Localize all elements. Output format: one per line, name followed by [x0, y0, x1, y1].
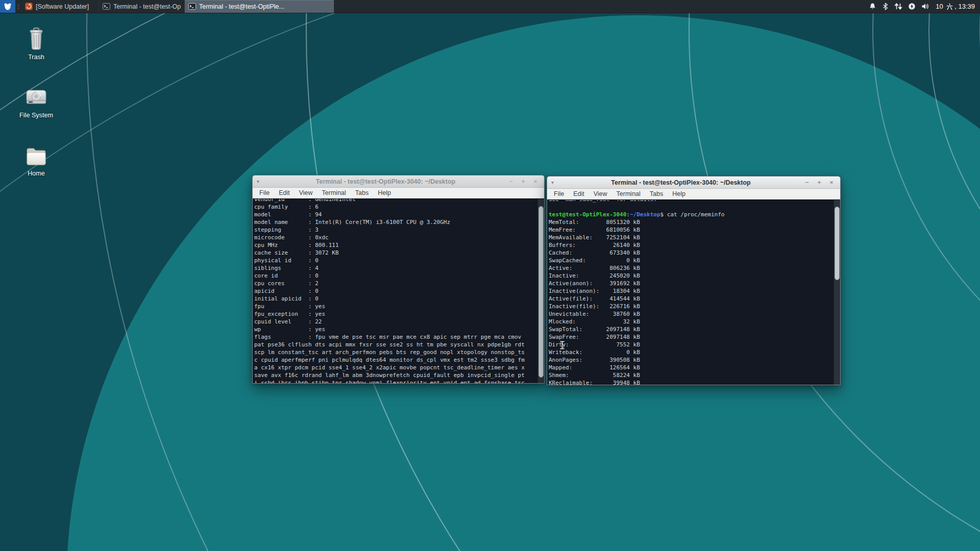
terminal-viewport[interactable]: vendor_id : GenuineIntelcpu family : 6mo… — [253, 199, 544, 383]
bluetooth-icon[interactable] — [882, 3, 889, 10]
scrollbar-thumb[interactable] — [538, 206, 544, 378]
applications-menu-button[interactable] — [0, 0, 15, 13]
minimize-button[interactable]: − — [506, 178, 516, 185]
desktop-icon-label: Home — [28, 170, 45, 177]
terminal-output: vendor_id : GenuineIntelcpu family : 6mo… — [254, 199, 537, 383]
status-tray — [866, 0, 933, 13]
menu-terminal[interactable]: Terminal — [317, 189, 351, 197]
taskbar-button-terminal-2[interactable]: Terminal - test@test-OptiPle... — [185, 0, 334, 13]
close-button[interactable]: × — [827, 179, 836, 186]
titlebar[interactable]: ▾ Terminal - test@test-OptiPlex-3040: ~/… — [253, 176, 544, 188]
notifications-icon[interactable] — [869, 3, 876, 10]
hard-drive-icon — [24, 85, 48, 109]
menu-view[interactable]: View — [295, 189, 317, 197]
menubar: FileEditViewTerminalTabsHelp — [547, 189, 840, 199]
terminal-window-left: ▾ Terminal - test@test-OptiPlex-3040: ~/… — [252, 175, 545, 384]
titlebar[interactable]: ▾ Terminal - test@test-OptiPlex-3040: ~/… — [547, 177, 840, 189]
window-menu-icon[interactable]: ▾ — [551, 180, 559, 185]
terminal-output: See "man sudo_root" for details.test@tes… — [549, 200, 833, 385]
clock-time: , 13:39 — [954, 3, 975, 10]
desktop: [Software Updater] Terminal - test@test-… — [0, 0, 980, 551]
desktop-icon-file-system[interactable]: File System — [15, 85, 58, 119]
task-label: Terminal - test@test-OptiPle... — [199, 3, 284, 10]
maximize-button[interactable]: + — [519, 178, 528, 185]
task-label: Terminal - test@test-OptiPle... — [113, 3, 181, 10]
window-menu-icon[interactable]: ▾ — [257, 179, 265, 184]
panel-spacer — [334, 0, 866, 13]
menu-file[interactable]: File — [549, 190, 569, 198]
scrollbar-thumb[interactable] — [835, 207, 840, 281]
top-panel: [Software Updater] Terminal - test@test-… — [0, 0, 980, 13]
clock[interactable]: 10 , 13:39 — [933, 0, 980, 13]
terminal-viewport[interactable]: See "man sudo_root" for details.test@tes… — [547, 200, 840, 385]
weekday-saturday-glyph — [946, 3, 953, 10]
menu-file[interactable]: File — [255, 189, 274, 197]
terminal-icon — [103, 3, 110, 10]
window-title: Terminal - test@test-OptiPlex-3040: ~/De… — [265, 178, 506, 185]
menu-terminal[interactable]: Terminal — [612, 190, 645, 198]
window-title: Terminal - test@test-OptiPlex-3040: ~/De… — [559, 179, 802, 186]
clock-day: 10 — [936, 3, 945, 10]
home-folder-icon — [24, 143, 48, 167]
taskbar-button-software-updater[interactable]: [Software Updater] — [21, 0, 99, 13]
trash-icon — [24, 27, 48, 51]
terminal-icon — [188, 3, 196, 10]
close-button[interactable]: × — [531, 178, 540, 185]
xubuntu-mouse-icon — [3, 2, 12, 11]
software-updater-icon — [25, 3, 33, 10]
menu-help[interactable]: Help — [373, 189, 396, 197]
desktop-icon-label: Trash — [28, 54, 44, 61]
menu-view[interactable]: View — [589, 190, 612, 198]
menu-edit[interactable]: Edit — [274, 189, 295, 197]
minimize-button[interactable]: − — [802, 179, 812, 186]
menu-help[interactable]: Help — [668, 190, 690, 198]
menubar: FileEditViewTerminalTabsHelp — [253, 188, 544, 198]
scrollbar[interactable] — [834, 200, 840, 385]
taskbar-button-terminal-1[interactable]: Terminal - test@test-OptiPle... — [99, 0, 185, 13]
menu-tabs[interactable]: Tabs — [351, 189, 373, 197]
desktop-icon-trash[interactable]: Trash — [15, 27, 58, 61]
panel-grip[interactable] — [15, 0, 21, 13]
desktop-icon-home[interactable]: Home — [15, 143, 58, 178]
desktop-icon-label: File System — [19, 112, 53, 119]
task-label: [Software Updater] — [36, 3, 89, 10]
network-icon[interactable] — [894, 3, 902, 10]
menu-tabs[interactable]: Tabs — [645, 190, 668, 198]
volume-icon[interactable] — [921, 3, 929, 10]
terminal-window-right: ▾ Terminal - test@test-OptiPlex-3040: ~/… — [547, 176, 841, 385]
scrollbar[interactable] — [537, 199, 544, 383]
maximize-button[interactable]: + — [815, 179, 824, 186]
text-cursor — [559, 341, 565, 352]
power-icon[interactable] — [908, 3, 916, 10]
menu-edit[interactable]: Edit — [569, 190, 589, 198]
